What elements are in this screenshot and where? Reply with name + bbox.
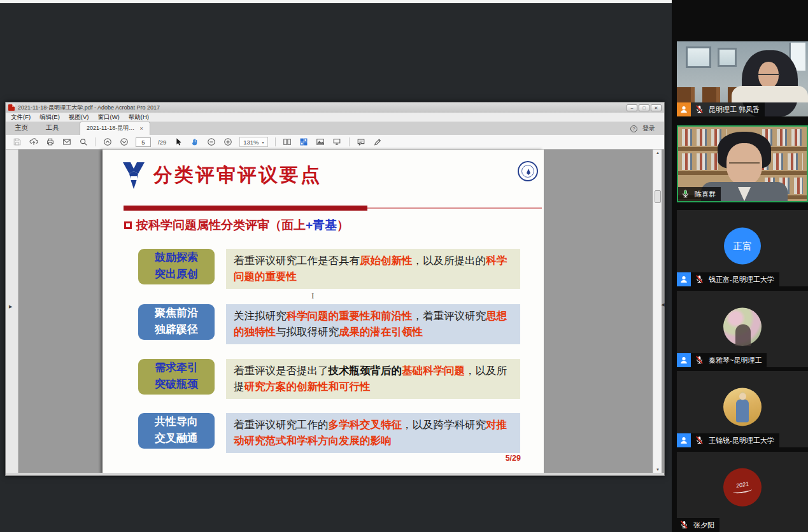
title-underline-line (367, 207, 542, 209)
select-tool-icon[interactable] (173, 137, 183, 147)
email-icon[interactable] (62, 137, 71, 147)
participant-name: 昆明理工 郭凤香 (709, 105, 760, 115)
page-total: /29 (158, 139, 166, 146)
menu-window[interactable]: 窗口(W) (97, 113, 119, 122)
nameplate: 秦雅琴~昆明理工 (677, 353, 767, 367)
zoom-out-icon[interactable] (206, 137, 216, 147)
pdf-page: 分类评审评议要点 按科学问题属性分类评审（面上+青基） 鼓励探索突出原创 着重评… (103, 150, 544, 474)
tab-document-label: 2021-11-18-昆明… (87, 124, 134, 132)
row-description: 着重评议研究工作是否具有原始创新性，以及所提出的科学问题的重要性 (226, 249, 520, 289)
participant-name: 王锦锐-昆明理工大学 (709, 436, 774, 445)
acrobat-app-icon (8, 104, 15, 111)
zoom-in-icon[interactable] (223, 137, 232, 147)
scrollbar-thumb[interactable] (655, 190, 661, 203)
nameplate: 昆明理工 郭凤香 (677, 102, 765, 116)
profile-icon (677, 433, 691, 447)
zoom-level: 131% (243, 139, 259, 146)
collapse-panel-icon[interactable]: ◀ (662, 302, 665, 307)
zoom-level-dropdown[interactable]: 131% ▾ (239, 137, 267, 147)
row-description: 关注拟研究科学问题的重要性和前沿性，着重评议研究思想的独特性与拟取得研究成果的潜… (226, 304, 520, 344)
window-title: 2021-11-18-昆明理工大学.pdf - Adobe Acrobat Pr… (18, 104, 160, 112)
row-description: 着重评议研究工作的多学科交叉特征，以及跨学科研究对推动研究范式和学科方向发展的影… (226, 413, 520, 453)
row-description: 着重评议是否提出了技术瓶颈背后的基础科学问题，以及所提研究方案的创新性和可行性 (226, 359, 520, 399)
save-icon[interactable] (12, 137, 22, 147)
page-fit-icon[interactable] (283, 137, 292, 147)
restore-button[interactable]: □ (639, 104, 649, 111)
avatar (723, 307, 762, 346)
document-area: ▶ 分类评审评议要点 按科学问题属性分类评审（面上+青基） (6, 150, 664, 473)
mic-muted-icon (695, 274, 707, 284)
page-number-input[interactable]: 5 (136, 137, 151, 147)
scroll-down-icon[interactable]: ▼ (653, 468, 662, 472)
tab-document[interactable]: 2021-11-18-昆明… × (80, 122, 150, 135)
profile-icon (677, 353, 691, 367)
row-label: 聚焦前沿独辟蹊径 (138, 304, 215, 340)
scroll-up-icon[interactable]: ▲ (653, 151, 662, 155)
menu-file[interactable]: 文件(F) (11, 113, 31, 122)
mic-muted-icon (695, 104, 707, 115)
slide-title: 分类评审评议要点 (153, 162, 322, 188)
nameplate: 王锦锐-昆明理工大学 (677, 433, 779, 447)
navigation-pane-strip[interactable]: ▶ (6, 150, 18, 473)
participant-tile[interactable]: 昆明理工 郭凤香 (677, 41, 808, 116)
expand-panel-icon[interactable]: ▶ (9, 304, 12, 309)
organize-pages-icon[interactable] (299, 137, 309, 147)
participant-tile[interactable]: 王锦锐-昆明理工大学 (677, 371, 808, 447)
mic-muted-icon (695, 435, 707, 445)
titlebar[interactable]: 2021-11-18-昆明理工大学.pdf - Adobe Acrobat Pr… (6, 102, 664, 113)
next-page-icon[interactable] (119, 137, 129, 147)
university-emblem-icon (122, 160, 146, 190)
row-label: 鼓励探索突出原创 (138, 249, 215, 284)
nameplate: 陈喜群 (678, 187, 721, 201)
toolbar: 5 /29 131% ▾ (6, 135, 664, 150)
text-cursor: I (311, 291, 314, 301)
previous-page-icon[interactable] (103, 137, 112, 147)
participant-tile-active-speaker[interactable]: 陈喜群 (677, 125, 808, 202)
participant-tile[interactable]: 2021 张夕阳 (677, 452, 808, 532)
menu-help[interactable]: 帮助(H) (129, 113, 149, 122)
avatar: 正富 (724, 228, 761, 265)
participant-name: 钱正富-昆明理工大学 (709, 275, 774, 284)
search-icon[interactable] (78, 137, 88, 147)
slide-page-number: 5/29 (506, 454, 521, 463)
edit-image-icon[interactable] (316, 137, 325, 147)
tab-close-icon[interactable]: × (139, 125, 143, 132)
comment-icon[interactable] (357, 137, 366, 147)
print-icon[interactable] (45, 137, 55, 147)
participant-tile[interactable]: 正富 钱正富-昆明理工大学 (677, 210, 808, 286)
mic-muted-icon (695, 355, 707, 365)
row-label: 需求牵引突破瓶颈 (138, 359, 215, 395)
profile-icon (677, 272, 691, 286)
tab-home[interactable]: 主页 (6, 122, 37, 135)
avatar: 2021 (723, 468, 762, 507)
participants-sidebar: 昆明理工 郭凤香 陈喜群 正富 (672, 0, 808, 532)
title-underline-bar (124, 206, 367, 211)
close-button[interactable]: ✕ (651, 104, 662, 111)
tab-bar: 主页 工具 2021-11-18-昆明… × ? 登录 (6, 122, 664, 135)
hand-tool-icon[interactable] (190, 137, 199, 147)
profile-icon (677, 102, 691, 116)
sign-in-link[interactable]: 登录 (642, 124, 655, 133)
menu-edit[interactable]: 编辑(E) (39, 113, 60, 122)
nameplate: 钱正富-昆明理工大学 (677, 272, 779, 286)
zhejiang-university-seal-icon (518, 161, 538, 181)
vertical-scrollbar[interactable]: ▲ ▼ (653, 150, 662, 473)
help-icon[interactable]: ? (630, 125, 637, 132)
minimize-button[interactable]: – (627, 104, 637, 111)
send-display-icon[interactable] (332, 137, 342, 147)
square-bullet-icon (124, 221, 132, 229)
mic-active-icon (681, 189, 693, 199)
nameplate: 张夕阳 (677, 518, 719, 532)
participant-name: 张夕阳 (693, 521, 714, 530)
share-upload-icon[interactable] (29, 137, 38, 147)
acrobat-window: 2021-11-18-昆明理工大学.pdf - Adobe Acrobat Pr… (5, 102, 665, 476)
section-heading: 按科学问题属性分类评审（面上+青基） (124, 217, 349, 234)
participant-tile[interactable]: 秦雅琴~昆明理工 (677, 291, 808, 367)
pencil-icon[interactable] (373, 137, 383, 147)
tab-tools[interactable]: 工具 (37, 122, 68, 135)
menu-view[interactable]: 视图(V) (69, 113, 89, 122)
desktop: 2021-11-18-昆明理工大学.pdf - Adobe Acrobat Pr… (0, 0, 808, 532)
chevron-down-icon: ▾ (262, 140, 264, 144)
menu-bar: 文件(F) 编辑(E) 视图(V) 窗口(W) 帮助(H) (6, 113, 664, 122)
participant-name: 陈喜群 (695, 190, 716, 199)
